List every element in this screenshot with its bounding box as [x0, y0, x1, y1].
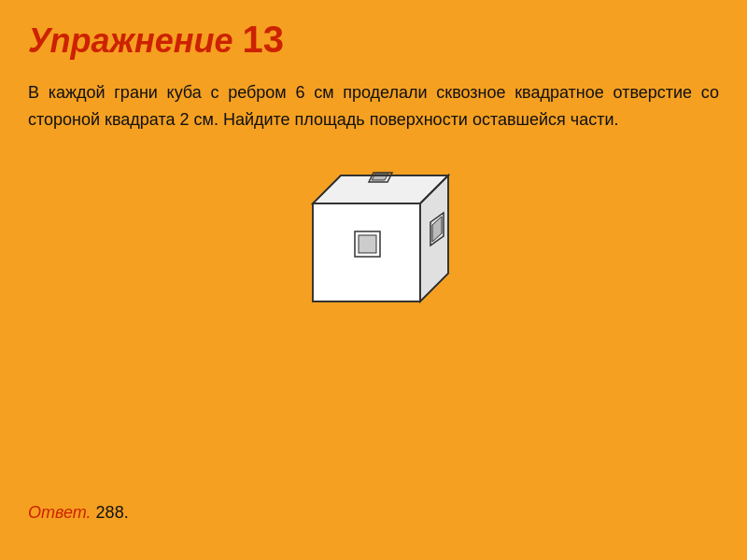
- answer-value: 288.: [92, 503, 129, 522]
- title-prefix: Упражнение: [28, 21, 233, 61]
- page-container: Упражнение 13 В каждой грани куба с ребр…: [0, 0, 747, 560]
- cube-svg: [275, 152, 472, 339]
- cube-illustration: [28, 152, 719, 339]
- title-line: Упражнение 13: [28, 19, 719, 61]
- title-number: 13: [243, 19, 285, 61]
- answer-section: Ответ. 288.: [28, 503, 129, 523]
- svg-rect-4: [359, 235, 376, 253]
- answer-label: Ответ.: [28, 503, 92, 522]
- problem-text: В каждой грани куба с ребром 6 см продел…: [28, 79, 719, 133]
